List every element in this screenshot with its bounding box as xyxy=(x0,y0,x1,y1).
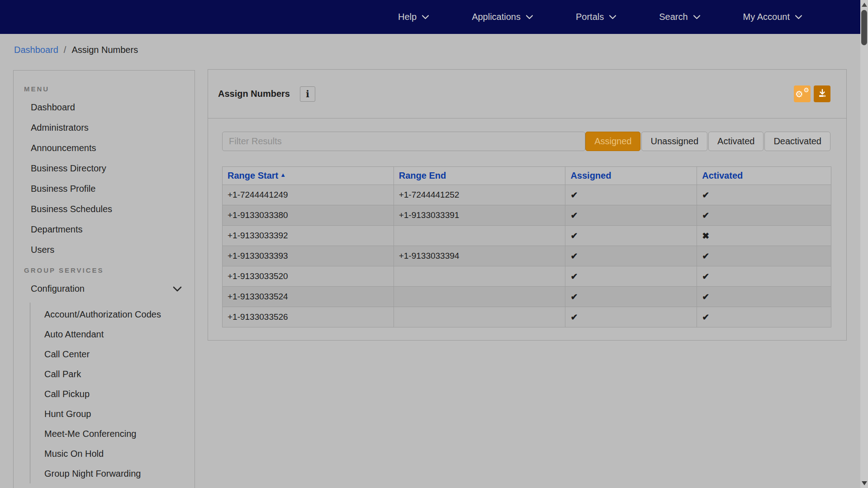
cell-range-end: +1-9133033394 xyxy=(394,246,565,266)
scroll-down-icon[interactable] xyxy=(862,481,867,485)
sidebar-item-label: Configuration xyxy=(31,284,85,294)
nav-item-search[interactable]: Search xyxy=(659,12,700,22)
number-ranges-table: Range Start▲ Range End Assigned Activate… xyxy=(222,166,831,327)
sidebar-subitem-meet-me-conferencing[interactable]: Meet-Me Conferencing xyxy=(30,424,194,444)
assign-numbers-panel: Assign Numbers i ⚙ ⚙ Assigned Unassigned xyxy=(208,69,847,341)
cell-range-start: +1-9133033392 xyxy=(223,226,394,246)
sidebar: MENU Dashboard Administrators Announceme… xyxy=(13,70,195,488)
top-navbar: Help Applications Portals Search My Acco… xyxy=(0,0,868,34)
assigned-status-icon: ✔ xyxy=(565,185,697,205)
assigned-status-icon: ✔ xyxy=(565,205,697,226)
bulk-actions-button[interactable]: ⚙ ⚙ xyxy=(794,85,811,102)
breadcrumb-separator: / xyxy=(64,45,66,55)
cell-range-start: +1-9133033524 xyxy=(223,287,394,307)
sidebar-subitem-call-park[interactable]: Call Park xyxy=(30,364,194,384)
table-row[interactable]: +1-9133033393 +1-9133033394 ✔ ✔ xyxy=(223,246,831,266)
sidebar-subitem-call-pickup[interactable]: Call Pickup xyxy=(30,384,194,404)
nav-item-label: My Account xyxy=(743,12,790,22)
assigned-status-icon: ✔ xyxy=(565,287,697,307)
cell-range-end xyxy=(394,226,565,246)
nav-item-help[interactable]: Help xyxy=(398,12,429,22)
gears-icon: ⚙ xyxy=(795,90,803,99)
sidebar-item-dashboard[interactable]: Dashboard xyxy=(14,97,194,118)
sidebar-item-configuration[interactable]: Configuration xyxy=(14,279,194,299)
sidebar-subitem-call-center[interactable]: Call Center xyxy=(30,344,194,364)
sidebar-section-menu: MENU xyxy=(24,85,194,93)
scrollbar-thumb[interactable] xyxy=(861,10,867,45)
chevron-down-icon xyxy=(693,15,700,19)
sidebar-item-users[interactable]: Users xyxy=(14,240,194,260)
cell-range-end: +1-9133033391 xyxy=(394,205,565,226)
filter-unassigned-button[interactable]: Unassigned xyxy=(641,132,707,151)
configuration-submenu: Account/Authorization Codes Auto Attenda… xyxy=(30,303,194,483)
info-icon: i xyxy=(306,89,309,99)
chevron-down-icon xyxy=(526,15,533,19)
table-row[interactable]: +1-9133033380 +1-9133033391 ✔ ✔ xyxy=(223,205,831,226)
panel-header: Assign Numbers i ⚙ ⚙ xyxy=(208,70,846,118)
activated-status-icon: ✔ xyxy=(697,307,831,327)
sidebar-item-announcements[interactable]: Announcements xyxy=(14,138,194,158)
cell-range-start: +1-9133033520 xyxy=(223,266,394,287)
vertical-scrollbar[interactable] xyxy=(860,0,868,488)
nav-item-label: Search xyxy=(659,12,688,22)
chevron-down-icon xyxy=(609,15,616,19)
nav-item-portals[interactable]: Portals xyxy=(576,12,616,22)
table-header-row: Range Start▲ Range End Assigned Activate… xyxy=(223,167,831,185)
cell-range-start: +1-7244441249 xyxy=(223,185,394,205)
cell-range-end xyxy=(394,287,565,307)
assigned-status-icon: ✔ xyxy=(565,266,697,287)
activated-status-icon: ✔ xyxy=(697,185,831,205)
table-row[interactable]: +1-9133033392 ✔ ✖ xyxy=(223,226,831,246)
table-row[interactable]: +1-7244441249 +1-7244441252 ✔ ✔ xyxy=(223,185,831,205)
activated-status-icon: ✔ xyxy=(697,246,831,266)
nav-item-label: Applications xyxy=(472,12,521,22)
table-row[interactable]: +1-9133033526 ✔ ✔ xyxy=(223,307,831,327)
info-button[interactable]: i xyxy=(300,86,315,102)
nav-item-my-account[interactable]: My Account xyxy=(743,12,802,22)
sidebar-subitem-group-night-forwarding[interactable]: Group Night Forwarding xyxy=(30,464,194,483)
download-icon xyxy=(818,89,827,99)
scroll-up-icon[interactable] xyxy=(862,3,867,7)
download-button[interactable] xyxy=(814,85,830,102)
filter-results-input[interactable] xyxy=(222,132,585,151)
cell-range-end: +1-7244441252 xyxy=(394,185,565,205)
breadcrumb-dashboard-link[interactable]: Dashboard xyxy=(14,45,58,55)
cell-range-end xyxy=(394,307,565,327)
filter-button-group: Assigned Unassigned Activated Deactivate… xyxy=(585,132,830,151)
filter-assigned-button[interactable]: Assigned xyxy=(585,132,640,151)
filter-row: Assigned Unassigned Activated Deactivate… xyxy=(222,132,830,151)
sidebar-item-business-directory[interactable]: Business Directory xyxy=(14,158,194,179)
cell-range-end xyxy=(394,266,565,287)
sidebar-section-group-services: GROUP SERVICES xyxy=(24,266,194,274)
sidebar-item-administrators[interactable]: Administrators xyxy=(14,118,194,138)
filter-deactivated-button[interactable]: Deactivated xyxy=(764,132,830,151)
assigned-status-icon: ✔ xyxy=(565,307,697,327)
cell-range-start: +1-9133033380 xyxy=(223,205,394,226)
sidebar-item-business-schedules[interactable]: Business Schedules xyxy=(14,199,194,219)
activated-status-icon: ✔ xyxy=(697,266,831,287)
breadcrumb-current-page: Assign Numbers xyxy=(71,45,138,55)
sidebar-item-departments[interactable]: Departments xyxy=(14,219,194,240)
sidebar-subitem-account-authorization-codes[interactable]: Account/Authorization Codes xyxy=(30,304,194,324)
table-row[interactable]: +1-9133033524 ✔ ✔ xyxy=(223,287,831,307)
table-row[interactable]: +1-9133033520 ✔ ✔ xyxy=(223,266,831,287)
breadcrumb: Dashboard / Assign Numbers xyxy=(14,45,138,55)
column-header-assigned[interactable]: Assigned xyxy=(565,167,697,185)
sidebar-item-business-profile[interactable]: Business Profile xyxy=(14,179,194,199)
chevron-down-icon xyxy=(422,15,429,19)
filter-activated-button[interactable]: Activated xyxy=(708,132,764,151)
chevron-down-icon xyxy=(173,284,182,294)
column-header-activated[interactable]: Activated xyxy=(697,167,831,185)
column-header-range-start[interactable]: Range Start▲ xyxy=(223,167,394,185)
sidebar-subitem-auto-attendant[interactable]: Auto Attendant xyxy=(30,324,194,344)
chevron-down-icon xyxy=(795,15,802,19)
panel-body: Assigned Unassigned Activated Deactivate… xyxy=(208,118,846,327)
column-header-range-end[interactable]: Range End xyxy=(394,167,565,185)
nav-item-applications[interactable]: Applications xyxy=(472,12,533,22)
page-title: Assign Numbers xyxy=(218,89,290,99)
sidebar-subitem-music-on-hold[interactable]: Music On Hold xyxy=(30,444,194,464)
cell-range-start: +1-9133033393 xyxy=(223,246,394,266)
sidebar-subitem-hunt-group[interactable]: Hunt Group xyxy=(30,404,194,424)
assigned-status-icon: ✔ xyxy=(565,226,697,246)
activated-status-icon: ✔ xyxy=(697,287,831,307)
